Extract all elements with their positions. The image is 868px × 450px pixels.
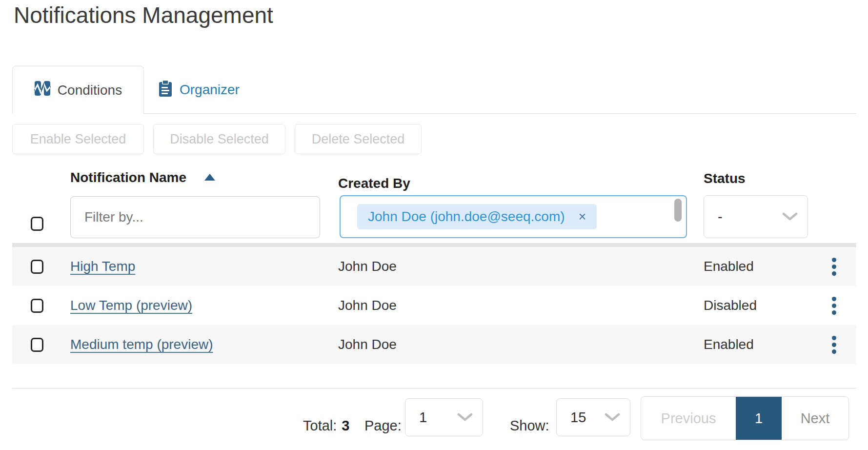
tab-conditions[interactable]: Conditions bbox=[12, 66, 144, 114]
status-cell: Enabled bbox=[704, 259, 754, 274]
column-header-created-by[interactable]: Created By bbox=[338, 176, 410, 191]
table-row: Low Temp (preview) John Doe Disabled bbox=[12, 286, 856, 325]
total-value: 3 bbox=[342, 418, 349, 434]
notification-link[interactable]: Low Temp (preview) bbox=[70, 298, 192, 313]
enable-selected-button[interactable]: Enable Selected bbox=[12, 124, 144, 154]
tab-organizer-label: Organizer bbox=[180, 82, 240, 98]
total-count: Total: 3 bbox=[303, 418, 349, 434]
row-checkbox[interactable] bbox=[31, 338, 43, 352]
pagination: Previous 1 Next bbox=[641, 396, 849, 440]
chevron-down-icon bbox=[457, 413, 473, 422]
show-select[interactable]: 15 bbox=[556, 398, 630, 436]
created-by-cell: John Doe bbox=[338, 298, 397, 313]
table-header-divider bbox=[12, 243, 856, 247]
kebab-icon bbox=[832, 258, 836, 276]
chevron-down-icon bbox=[782, 212, 798, 221]
next-page-button[interactable]: Next bbox=[782, 397, 848, 440]
page-select-value: 1 bbox=[419, 409, 427, 426]
status-filter-value: - bbox=[718, 209, 723, 225]
column-header-status[interactable]: Status bbox=[704, 171, 746, 186]
row-actions-menu-button[interactable] bbox=[823, 332, 845, 357]
table-row: High Temp John Doe Enabled bbox=[12, 247, 856, 286]
sort-ascending-icon[interactable] bbox=[204, 174, 215, 181]
tab-organizer[interactable]: Organizer bbox=[146, 66, 251, 114]
show-label: Show: bbox=[510, 418, 549, 434]
created-by-filter-input[interactable]: John Doe (john.doe@seeq.com) × bbox=[340, 195, 687, 238]
page-title: Notifications Management bbox=[14, 2, 273, 28]
row-checkbox[interactable] bbox=[31, 299, 43, 313]
created-by-cell: John Doe bbox=[338, 259, 397, 274]
notification-link[interactable]: High Temp bbox=[70, 259, 135, 274]
created-by-chip: John Doe (john.doe@seeq.com) × bbox=[357, 204, 597, 229]
status-cell: Enabled bbox=[704, 337, 754, 352]
row-actions-menu-button[interactable] bbox=[823, 254, 845, 279]
chevron-down-icon bbox=[605, 413, 620, 422]
previous-page-button[interactable]: Previous bbox=[641, 397, 736, 440]
created-by-chip-label: John Doe (john.doe@seeq.com) bbox=[368, 209, 565, 225]
kebab-icon bbox=[832, 336, 836, 354]
total-label: Total: bbox=[303, 418, 337, 434]
row-actions-menu-button[interactable] bbox=[823, 293, 845, 318]
organizer-icon bbox=[158, 80, 173, 101]
disable-selected-button[interactable]: Disable Selected bbox=[153, 124, 285, 154]
delete-selected-button[interactable]: Delete Selected bbox=[295, 124, 422, 154]
scrollbar-thumb[interactable] bbox=[674, 199, 682, 222]
current-page-button[interactable]: 1 bbox=[736, 397, 782, 440]
notification-link[interactable]: Medium temp (preview) bbox=[70, 337, 213, 352]
notifications-management-page: Notifications Management Conditions bbox=[0, 0, 868, 450]
kebab-icon bbox=[832, 297, 836, 315]
column-header-notification-name[interactable]: Notification Name bbox=[70, 170, 186, 185]
page-label: Page: bbox=[364, 418, 402, 434]
created-by-cell: John Doe bbox=[338, 337, 397, 352]
status-filter-select[interactable]: - bbox=[704, 195, 808, 238]
notification-name-filter-input[interactable] bbox=[70, 196, 320, 238]
table-row: Medium temp (preview) John Doe Enabled bbox=[12, 325, 856, 364]
footer-divider bbox=[12, 388, 856, 389]
conditions-icon bbox=[34, 80, 51, 100]
status-cell: Disabled bbox=[704, 298, 757, 313]
row-checkbox[interactable] bbox=[31, 260, 43, 274]
select-all-checkbox[interactable] bbox=[31, 217, 43, 231]
page-select[interactable]: 1 bbox=[405, 398, 483, 436]
show-select-value: 15 bbox=[570, 409, 586, 426]
chip-remove-button[interactable]: × bbox=[579, 210, 586, 224]
tab-conditions-label: Conditions bbox=[58, 82, 122, 98]
